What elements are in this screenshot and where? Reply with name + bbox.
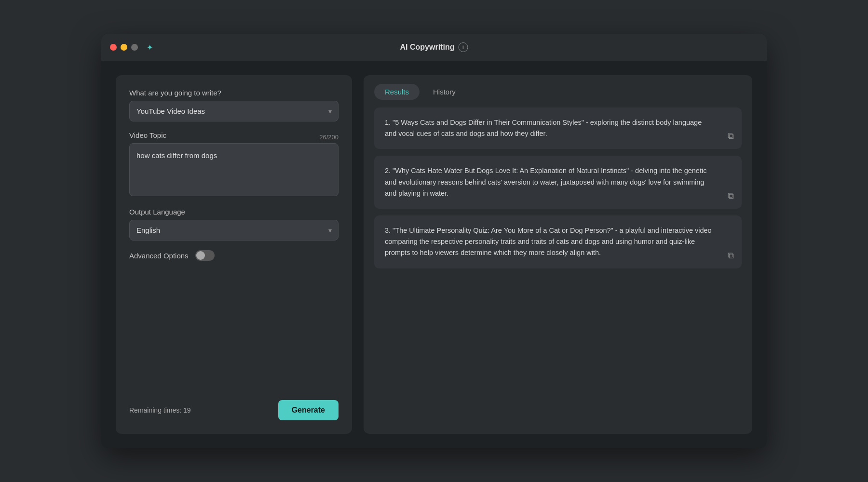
write-type-select[interactable]: YouTube Video Ideas Blog Post Social Med… [129, 101, 339, 121]
copy-icon-2[interactable]: ⧉ [728, 191, 734, 201]
language-select[interactable]: English Spanish French German Chinese [129, 220, 339, 241]
toggle-thumb [196, 251, 205, 260]
char-count: 26/200 [319, 134, 339, 141]
video-topic-section: Video Topic 26/200 [129, 131, 339, 198]
tabs-row: Results History [364, 75, 752, 100]
result-card-3: 3. "The Ultimate Personality Quiz: Are Y… [374, 215, 742, 268]
tab-history[interactable]: History [422, 84, 466, 100]
info-icon[interactable]: i [458, 42, 468, 52]
result-text-3: 3. "The Ultimate Personality Quiz: Are Y… [385, 225, 731, 259]
app-title: AI Copywriting [400, 43, 455, 52]
video-topic-textarea[interactable] [129, 143, 339, 196]
what-to-write-section: What are you going to write? YouTube Vid… [129, 89, 339, 121]
result-text-2: 2. "Why Cats Hate Water But Dogs Love It… [385, 165, 731, 199]
video-topic-label-row: Video Topic 26/200 [129, 131, 339, 143]
generate-button[interactable]: Generate [278, 400, 339, 420]
traffic-lights: ✦ [110, 43, 153, 52]
language-wrapper: English Spanish French German Chinese ▾ [129, 220, 339, 241]
remaining-times: Remaining times: 19 [129, 406, 191, 414]
result-text-1: 1. "5 Ways Cats and Dogs Differ in Their… [385, 117, 731, 139]
close-button[interactable] [110, 44, 117, 51]
footer-row: Remaining times: 19 Generate [129, 400, 339, 420]
copy-icon-3[interactable]: ⧉ [728, 251, 734, 261]
output-language-section: Output Language English Spanish French G… [129, 208, 339, 241]
tab-results[interactable]: Results [374, 84, 420, 100]
advanced-options-row: Advanced Options [129, 250, 339, 261]
titlebar-title: AI Copywriting i [400, 42, 468, 52]
main-window: ✦ AI Copywriting i What are you going to… [101, 34, 767, 448]
what-to-write-label: What are you going to write? [129, 89, 339, 97]
maximize-button[interactable] [131, 44, 138, 51]
video-topic-label: Video Topic [129, 131, 166, 139]
main-content: What are you going to write? YouTube Vid… [101, 61, 767, 448]
minimize-button[interactable] [121, 44, 127, 51]
right-panel: Results History 1. "5 Ways Cats and Dogs… [364, 75, 752, 434]
copy-icon-1[interactable]: ⧉ [728, 131, 734, 141]
pin-icon[interactable]: ✦ [147, 43, 153, 52]
output-language-label: Output Language [129, 208, 339, 216]
result-card-1: 1. "5 Ways Cats and Dogs Differ in Their… [374, 107, 742, 149]
titlebar: ✦ AI Copywriting i [101, 34, 767, 61]
write-type-wrapper: YouTube Video Ideas Blog Post Social Med… [129, 101, 339, 121]
results-list: 1. "5 Ways Cats and Dogs Differ in Their… [364, 100, 752, 434]
result-card-2: 2. "Why Cats Hate Water But Dogs Love It… [374, 156, 742, 209]
advanced-options-label: Advanced Options [129, 252, 189, 260]
left-panel: What are you going to write? YouTube Vid… [116, 75, 352, 434]
advanced-options-toggle[interactable] [195, 250, 215, 261]
